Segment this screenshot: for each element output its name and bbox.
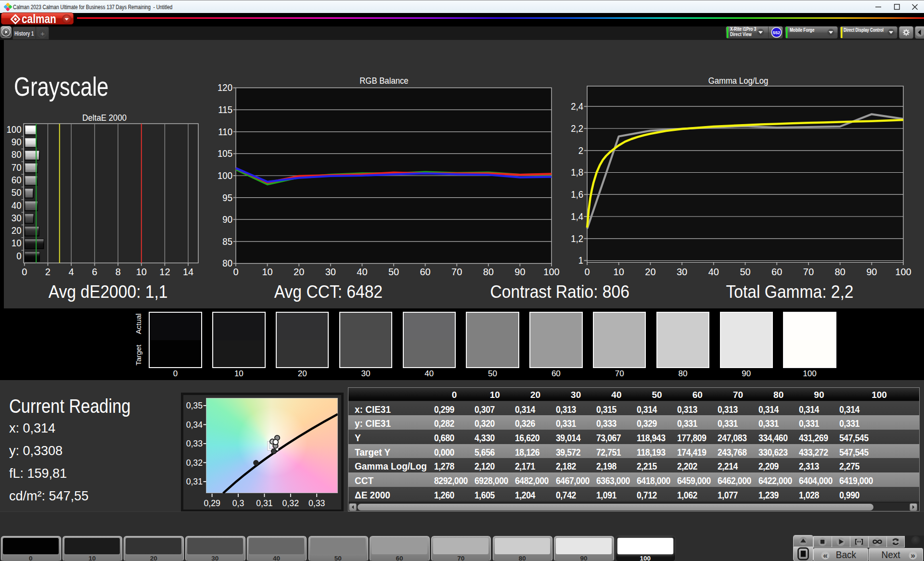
svg-text:«: «: [823, 551, 827, 560]
svg-text:30: 30: [677, 267, 687, 277]
svg-text:60: 60: [420, 267, 430, 277]
svg-text:40: 40: [708, 267, 719, 277]
svg-text:105: 105: [218, 149, 232, 159]
svg-text:0,34: 0,34: [186, 419, 203, 430]
svg-text:60: 60: [12, 175, 22, 185]
svg-text:DeltaE 2000: DeltaE 2000: [82, 113, 127, 123]
svg-text:2,4: 2,4: [571, 102, 583, 112]
svg-text:115: 115: [218, 104, 232, 115]
svg-text:RGB Balance: RGB Balance: [359, 76, 408, 86]
svg-text:0,33: 0,33: [186, 438, 203, 449]
svg-text:Direct View: Direct View: [730, 32, 752, 37]
svg-text:1,2: 1,2: [571, 233, 583, 244]
svg-text:85: 85: [222, 236, 232, 247]
svg-text:6: 6: [92, 267, 97, 277]
svg-text:Next: Next: [881, 549, 900, 561]
svg-text:100: 100: [218, 170, 232, 181]
svg-text:0,31: 0,31: [186, 476, 203, 487]
svg-text:90: 90: [12, 137, 22, 147]
svg-text:Mobile Forge: Mobile Forge: [790, 27, 815, 33]
svg-text:0,29: 0,29: [204, 497, 220, 508]
svg-text:110: 110: [218, 127, 232, 137]
svg-text:1: 1: [578, 255, 583, 266]
svg-text:Direct Display Control: Direct Display Control: [844, 27, 884, 33]
svg-text:60: 60: [771, 267, 782, 277]
svg-text:100: 100: [543, 267, 559, 277]
svg-text:70: 70: [803, 267, 814, 277]
svg-text:»: »: [911, 551, 915, 560]
svg-text:10: 10: [136, 267, 147, 277]
svg-text:Target: Target: [134, 344, 142, 366]
svg-text:14: 14: [183, 267, 193, 277]
svg-text:90: 90: [514, 267, 525, 277]
svg-text:100: 100: [895, 267, 911, 277]
svg-text:95: 95: [222, 192, 232, 203]
svg-text:Gamma Log/Log: Gamma Log/Log: [708, 76, 769, 86]
svg-text:10: 10: [262, 267, 272, 277]
svg-text:1,4: 1,4: [571, 211, 583, 222]
svg-text:70: 70: [451, 267, 462, 277]
svg-text:1,6: 1,6: [571, 190, 583, 200]
svg-text:552: 552: [773, 30, 781, 35]
svg-text:120: 120: [218, 83, 232, 93]
svg-text:0: 0: [584, 267, 590, 277]
svg-text:0,3: 0,3: [232, 497, 244, 508]
svg-text:0: 0: [16, 251, 21, 261]
svg-text:80: 80: [12, 150, 22, 160]
svg-text:80: 80: [834, 267, 845, 277]
svg-text:0,32: 0,32: [186, 457, 203, 468]
svg-text:0,33: 0,33: [308, 497, 325, 508]
svg-text:30: 30: [325, 267, 336, 277]
svg-text:90: 90: [222, 215, 232, 225]
svg-text:2: 2: [45, 267, 51, 277]
svg-text:Back: Back: [836, 549, 856, 561]
svg-text:50: 50: [388, 267, 399, 277]
svg-text:8: 8: [116, 267, 121, 277]
svg-text:70: 70: [12, 162, 22, 173]
svg-text:1,8: 1,8: [571, 167, 583, 178]
svg-text:4: 4: [68, 267, 74, 277]
svg-text:0,35: 0,35: [186, 400, 203, 411]
svg-text:20: 20: [294, 267, 304, 277]
svg-text:20: 20: [645, 267, 655, 277]
svg-text:12: 12: [159, 267, 170, 277]
svg-text:10: 10: [12, 238, 22, 249]
svg-text:2,2: 2,2: [571, 123, 583, 134]
svg-text:40: 40: [12, 200, 22, 211]
svg-text:X-Rite i1Pro 3: X-Rite i1Pro 3: [730, 27, 756, 32]
svg-text:10: 10: [614, 267, 624, 277]
svg-text:0,32: 0,32: [282, 497, 299, 508]
svg-text:80: 80: [483, 267, 494, 277]
svg-text:20: 20: [12, 226, 22, 236]
svg-text:30: 30: [12, 213, 22, 223]
svg-text:40: 40: [357, 267, 367, 277]
svg-text:50: 50: [12, 188, 22, 198]
svg-text:0: 0: [22, 267, 27, 277]
svg-text:0: 0: [233, 267, 238, 277]
svg-text:2: 2: [578, 145, 583, 156]
svg-text:50: 50: [740, 267, 750, 277]
svg-text:80: 80: [222, 258, 232, 269]
svg-text:100: 100: [6, 124, 21, 135]
svg-text:Actual: Actual: [134, 313, 142, 334]
svg-text:0,31: 0,31: [256, 497, 272, 508]
svg-text:90: 90: [866, 267, 877, 277]
